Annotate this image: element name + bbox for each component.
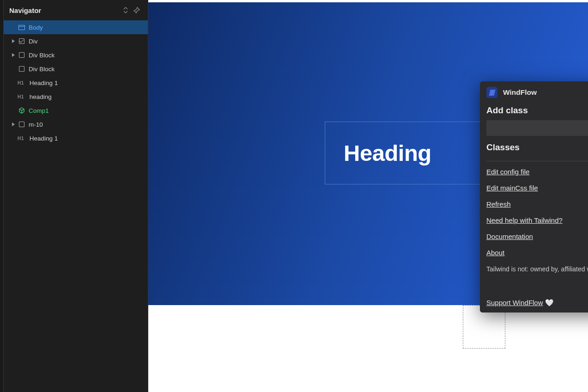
div-box-icon xyxy=(18,65,26,73)
tree-row-div-block[interactable]: Div Block xyxy=(4,62,148,76)
h1-tag-icon: H1 xyxy=(18,134,27,142)
tree-row-heading-1[interactable]: H1Heading 1 xyxy=(4,76,148,90)
tree-row-m-10[interactable]: m-10 xyxy=(4,117,148,131)
divider xyxy=(486,161,588,161)
add-class-input[interactable] xyxy=(486,120,588,136)
h1-tag-icon: H1 xyxy=(18,79,27,87)
windflow-link-need-help-with-tailwind[interactable]: Need help with Tailwind? xyxy=(486,216,563,224)
svg-marker-0 xyxy=(12,39,15,43)
windflow-link-documentation[interactable]: Documentation xyxy=(486,233,533,240)
div-box-icon xyxy=(18,120,26,129)
support-windflow-link[interactable]: Support WindFlow🤍 xyxy=(486,299,554,306)
navigator-header: Navigator xyxy=(4,0,148,20)
windflow-popup: WindFlow Add class + Classes Edit config… xyxy=(480,81,588,312)
div-box-icon xyxy=(18,51,26,59)
tree-item-label: Div Block xyxy=(29,52,55,59)
svg-marker-2 xyxy=(12,122,15,126)
h1-tag-icon: H1 xyxy=(18,92,27,101)
tree-item-label: heading xyxy=(30,93,52,100)
add-class-heading: Add class xyxy=(486,105,588,116)
windflow-title: WindFlow xyxy=(503,88,537,97)
support-windflow-label: Support WindFlow xyxy=(486,299,543,306)
windflow-titlebar[interactable]: WindFlow xyxy=(480,81,588,103)
windflow-link-edit-config-file[interactable]: Edit config file xyxy=(486,168,529,176)
left-gutter xyxy=(0,0,4,392)
navigator-tree: BodyDivDiv BlockDiv BlockH1Heading 1H1he… xyxy=(4,20,148,145)
pin-icon[interactable] xyxy=(131,5,142,16)
tree-row-div-block[interactable]: Div Block xyxy=(4,48,148,62)
heading-text: Heading xyxy=(344,140,431,166)
tree-item-label: Comp1 xyxy=(29,107,49,114)
windflow-logo-icon xyxy=(486,87,497,98)
heart-icon: 🤍 xyxy=(545,299,554,307)
windflow-link-about[interactable]: About xyxy=(486,249,504,257)
canvas-area[interactable]: Heading WindFlow Add class + xyxy=(148,0,588,392)
collapse-expand-icon[interactable] xyxy=(120,5,131,16)
tree-item-label: Heading 1 xyxy=(30,80,58,86)
classes-heading: Classes xyxy=(486,142,588,153)
windflow-link-list: Edit config fileEdit mainCss fileRefresh… xyxy=(486,168,588,257)
windflow-link-edit-maincss-file[interactable]: Edit mainCss file xyxy=(486,184,538,192)
body-icon xyxy=(18,23,26,31)
chevron-right-icon[interactable] xyxy=(9,122,18,126)
tree-item-label: Div xyxy=(29,38,38,45)
tree-row-comp1[interactable]: Comp1 xyxy=(4,104,148,117)
tree-item-label: Heading 1 xyxy=(30,135,58,142)
navigator-title: Navigator xyxy=(9,6,120,14)
add-class-row: + xyxy=(486,120,588,136)
windflow-disclaimer: Tailwind is not: owned by, affiliated wi… xyxy=(486,265,588,274)
tree-item-label: Div Block xyxy=(29,66,55,73)
tree-row-heading-1[interactable]: H1Heading 1 xyxy=(4,131,148,145)
windflow-link-refresh[interactable]: Refresh xyxy=(486,200,511,208)
windflow-footer: Support WindFlow🤍 xyxy=(480,294,588,312)
tree-row-body[interactable]: Body xyxy=(4,20,148,34)
tree-row-div[interactable]: Div xyxy=(4,34,148,48)
chevron-right-icon[interactable] xyxy=(9,53,18,57)
tree-item-label: Body xyxy=(29,24,43,31)
navigator-panel: Navigator BodyDivDiv BlockDiv BlockH1Hea… xyxy=(4,0,148,392)
component-cube-icon xyxy=(18,106,26,115)
app-root: Navigator BodyDivDiv BlockDiv BlockH1Hea… xyxy=(0,0,588,392)
windflow-scroll[interactable]: Add class + Classes Edit config fileEdit… xyxy=(486,103,588,312)
div-checked-icon xyxy=(18,37,26,45)
chevron-right-icon[interactable] xyxy=(9,39,18,43)
tree-item-label: m-10 xyxy=(29,121,43,128)
windflow-body: Add class + Classes Edit config fileEdit… xyxy=(480,103,588,312)
tree-row-heading[interactable]: H1heading xyxy=(4,90,148,104)
svg-marker-1 xyxy=(12,53,15,57)
